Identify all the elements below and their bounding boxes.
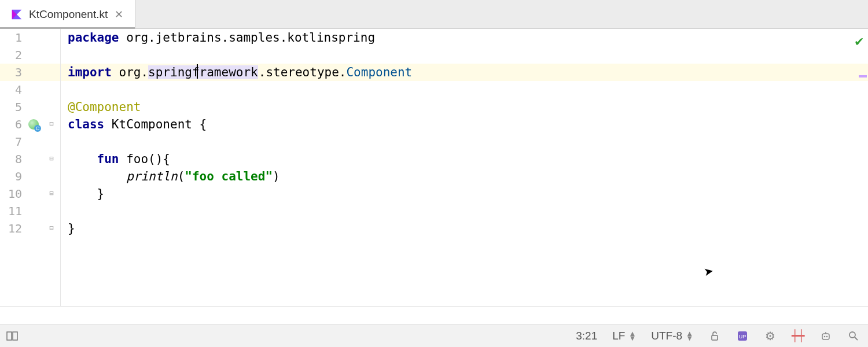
fold-toggle-icon[interactable]: ⊟ xyxy=(44,120,59,128)
svg-text:UP: UP xyxy=(739,334,746,339)
identifier-highlight: springframework xyxy=(148,65,258,79)
line-number: 10 xyxy=(0,187,23,201)
gutter-row[interactable]: 8⊟ xyxy=(0,150,60,168)
code-line[interactable]: } xyxy=(61,185,868,202)
code-line[interactable] xyxy=(61,46,868,64)
inspection-ok-icon[interactable]: ✔ xyxy=(855,32,863,50)
gutter-row[interactable]: 9 xyxy=(0,168,60,185)
fold-end-icon[interactable]: ⊟ xyxy=(44,190,59,198)
tool-windows-toggle-icon[interactable] xyxy=(6,330,19,342)
tab-filename: KtComponent.kt xyxy=(29,8,108,21)
gutter-row[interactable]: 2 xyxy=(0,46,60,64)
settings-icon[interactable]: ⚙ xyxy=(762,330,779,342)
editor-tab-bar: KtComponent.kt ✕ xyxy=(0,0,868,29)
line-separator-selector[interactable]: LF▲▼ xyxy=(610,330,638,342)
code-line[interactable]: fun foo(){ xyxy=(61,150,868,168)
svg-rect-5 xyxy=(822,334,829,339)
gutter-row[interactable]: 6⊟ xyxy=(0,116,60,133)
code-area[interactable]: package org.jetbrains.samples.kotlinspri… xyxy=(61,29,868,306)
svg-point-6 xyxy=(824,335,826,337)
editor-bottom-margin xyxy=(0,307,868,324)
line-number: 5 xyxy=(0,100,23,114)
caret-position[interactable]: 3:21 xyxy=(573,330,599,342)
gutter-row[interactable]: 3 xyxy=(0,64,60,81)
svg-rect-0 xyxy=(7,332,12,340)
fold-end-icon[interactable]: ⊟ xyxy=(44,224,59,232)
search-icon[interactable] xyxy=(845,330,862,342)
code-line[interactable]: package org.jetbrains.samples.kotlinspri… xyxy=(61,29,868,46)
gutter-row[interactable]: 7 xyxy=(0,133,60,150)
line-number: 3 xyxy=(0,65,23,79)
code-line[interactable]: println("foo called") xyxy=(61,168,868,185)
svg-rect-2 xyxy=(712,335,718,340)
code-line[interactable]: import org.springframework.stereotype.Co… xyxy=(61,64,868,81)
line-number: 12 xyxy=(0,222,23,235)
encoding-selector[interactable]: UTF-8▲▼ xyxy=(649,330,696,342)
kotlin-file-icon xyxy=(10,8,23,21)
svg-line-10 xyxy=(855,337,858,340)
code-line[interactable]: @Component xyxy=(61,98,868,116)
readonly-lock-icon[interactable] xyxy=(706,330,723,342)
line-number: 2 xyxy=(0,48,23,62)
line-number: 11 xyxy=(0,204,23,218)
gutter-row[interactable]: 12⊟ xyxy=(0,220,60,237)
mouse-cursor-icon: ➤ xyxy=(703,263,716,282)
status-bar: 3:21 LF▲▼ UTF-8▲▼ UP ⚙ ┿┿ xyxy=(0,324,868,347)
code-line[interactable] xyxy=(61,133,868,150)
code-line[interactable]: } xyxy=(61,220,868,237)
svg-point-7 xyxy=(826,335,828,337)
memory-indicator-icon[interactable]: ┿┿ xyxy=(789,330,807,342)
code-line[interactable] xyxy=(61,81,868,98)
gutter-row[interactable]: 4 xyxy=(0,81,60,98)
code-line[interactable]: class KtComponent { xyxy=(61,116,868,133)
gutter-row[interactable]: 5 xyxy=(0,98,60,116)
text-caret xyxy=(197,64,198,79)
line-number: 1 xyxy=(0,31,23,45)
fold-toggle-icon[interactable]: ⊟ xyxy=(44,155,59,163)
file-tab[interactable]: KtComponent.kt ✕ xyxy=(0,0,135,28)
ai-assistant-icon[interactable] xyxy=(817,330,834,342)
close-tab-icon[interactable]: ✕ xyxy=(113,8,124,21)
error-stripe-mark[interactable] xyxy=(859,75,867,77)
line-number: 4 xyxy=(0,83,23,97)
gutter-row[interactable]: 11 xyxy=(0,202,60,220)
code-line[interactable] xyxy=(61,202,868,220)
gutter-row[interactable]: 1 xyxy=(0,29,60,46)
ide-update-icon[interactable]: UP xyxy=(734,330,751,342)
line-number: 8 xyxy=(0,152,23,166)
gutter-row[interactable]: 10⊟ xyxy=(0,185,60,202)
gutter: 1 2 3 4 5 6⊟ 7 8⊟ 9 10⊟ 11 12⊟ xyxy=(0,29,61,306)
spring-bean-icon[interactable] xyxy=(23,119,44,130)
line-number: 9 xyxy=(0,169,23,183)
line-number: 7 xyxy=(0,135,23,149)
svg-point-9 xyxy=(849,332,855,338)
editor-area: 1 2 3 4 5 6⊟ 7 8⊟ 9 10⊟ 11 12⊟ package o… xyxy=(0,29,868,307)
svg-rect-1 xyxy=(13,332,17,340)
line-number: 6 xyxy=(0,117,23,131)
